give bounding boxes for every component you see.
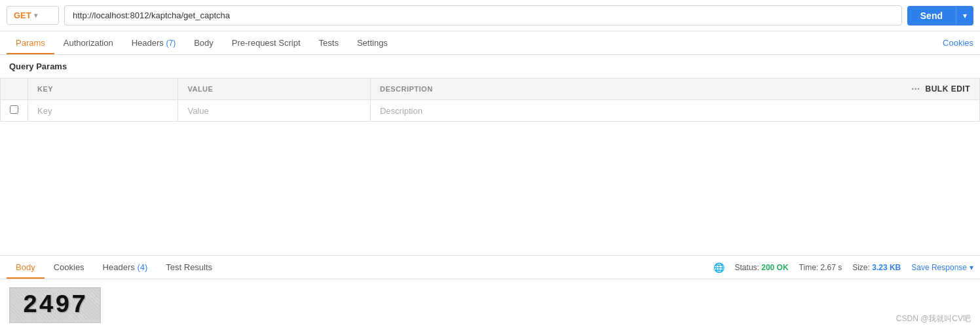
- method-label: GET: [14, 10, 31, 20]
- method-chevron: ▾: [34, 12, 37, 19]
- key-col-header: KEY: [28, 78, 178, 100]
- value-col-header: VALUE: [178, 78, 371, 100]
- send-button[interactable]: Send: [907, 6, 956, 26]
- bulk-edit-button[interactable]: Bulk Edit: [926, 84, 971, 94]
- tab-params[interactable]: Params: [7, 31, 54, 54]
- cookies-link[interactable]: Cookies: [943, 31, 973, 54]
- key-cell[interactable]: Key: [28, 100, 178, 122]
- query-params-header: Query Params: [0, 55, 980, 78]
- table-row: Key Value Description: [1, 100, 980, 122]
- tab-pre-request-script[interactable]: Pre-request Script: [223, 31, 310, 54]
- description-cell[interactable]: Description: [370, 100, 979, 122]
- headers-badge: (7): [166, 39, 176, 48]
- more-options-icon[interactable]: ···: [911, 84, 920, 94]
- main-content: Query Params KEY VALUE DESCRIPTION ··· B…: [0, 55, 980, 122]
- tab-headers[interactable]: Headers (7): [122, 31, 185, 54]
- tab-settings[interactable]: Settings: [348, 31, 397, 54]
- tab-body[interactable]: Body: [185, 31, 223, 54]
- send-arrow-button[interactable]: ▾: [956, 6, 973, 26]
- send-btn-group: Send ▾: [907, 6, 973, 26]
- value-cell[interactable]: Value: [178, 100, 371, 122]
- row-checkbox[interactable]: [1, 100, 28, 122]
- tab-tests[interactable]: Tests: [310, 31, 348, 54]
- tab-authorization[interactable]: Authorization: [54, 31, 122, 54]
- method-dropdown[interactable]: GET ▾: [7, 6, 59, 25]
- top-bar: GET ▾ Send ▾: [0, 0, 980, 31]
- params-table: KEY VALUE DESCRIPTION ··· Bulk Edit Key: [0, 78, 980, 122]
- row-checkbox-input[interactable]: [10, 105, 18, 114]
- checkbox-col-header: [1, 78, 28, 100]
- request-tabs-row: Params Authorization Headers (7) Body Pr…: [0, 31, 980, 55]
- description-col-header: DESCRIPTION ··· Bulk Edit: [370, 78, 979, 100]
- url-input[interactable]: [64, 5, 902, 26]
